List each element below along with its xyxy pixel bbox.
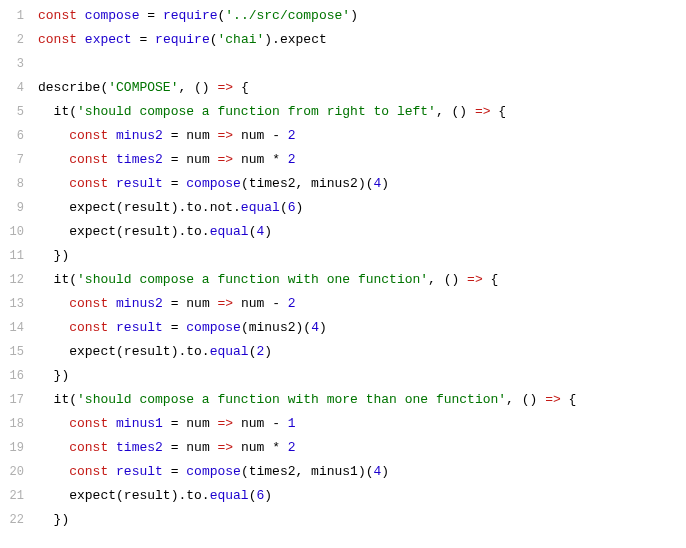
line-content[interactable]: expect(result).to.equal(6) (38, 484, 686, 508)
line-content[interactable]: it('should compose a function from right… (38, 100, 686, 124)
token-punc: , () (506, 392, 545, 407)
code-editor[interactable]: 1const compose = require('../src/compose… (0, 4, 686, 532)
token-num: 1 (288, 416, 296, 431)
token-punc (38, 272, 54, 287)
line-number: 6 (0, 124, 38, 148)
token-fn-name: times2 (116, 152, 163, 167)
code-line[interactable]: 10 expect(result).to.equal(4) (0, 220, 686, 244)
line-number: 8 (0, 172, 38, 196)
token-fn-name: result (116, 464, 163, 479)
token-str: 'COMPOSE' (108, 80, 178, 95)
token-punc: num (233, 416, 272, 431)
token-punc (280, 416, 288, 431)
line-number: 4 (0, 76, 38, 100)
token-punc: ) (264, 224, 272, 239)
code-line[interactable]: 1const compose = require('../src/compose… (0, 4, 686, 28)
token-punc: num (233, 440, 272, 455)
token-punc: ( (280, 200, 288, 215)
line-content[interactable]: const times2 = num => num * 2 (38, 148, 686, 172)
token-punc (108, 464, 116, 479)
token-num: 6 (288, 200, 296, 215)
code-line[interactable]: 13 const minus2 = num => num - 2 (0, 292, 686, 316)
token-num: 4 (311, 320, 319, 335)
code-line[interactable]: 6 const minus2 = num => num - 2 (0, 124, 686, 148)
code-line[interactable]: 9 expect(result).to.not.equal(6) (0, 196, 686, 220)
code-line[interactable]: 7 const times2 = num => num * 2 (0, 148, 686, 172)
code-line[interactable]: 21 expect(result).to.equal(6) (0, 484, 686, 508)
token-punc (108, 176, 116, 191)
code-line[interactable]: 5 it('should compose a function from rig… (0, 100, 686, 124)
token-punc (38, 104, 54, 119)
token-punc (38, 344, 69, 359)
code-line[interactable]: 3 (0, 52, 686, 76)
token-fn-name: minus1 (116, 416, 163, 431)
code-line[interactable]: 8 const result = compose(times2, minus2)… (0, 172, 686, 196)
code-line[interactable]: 2const expect = require('chai').expect (0, 28, 686, 52)
code-line[interactable]: 14 const result = compose(minus2)(4) (0, 316, 686, 340)
token-punc (155, 8, 163, 23)
token-punc: ) (296, 200, 304, 215)
token-arrow: => (218, 152, 234, 167)
token-punc: ( (210, 32, 218, 47)
code-line[interactable]: 20 const result = compose(times2, minus1… (0, 460, 686, 484)
token-punc (108, 416, 116, 431)
code-line[interactable]: 11 }) (0, 244, 686, 268)
line-content[interactable]: expect(result).to.not.equal(6) (38, 196, 686, 220)
line-content[interactable]: }) (38, 508, 686, 532)
token-punc: ) (319, 320, 327, 335)
token-str: '../src/compose' (225, 8, 350, 23)
line-content[interactable]: const compose = require('../src/compose'… (38, 4, 686, 28)
line-content[interactable]: it('should compose a function with more … (38, 388, 686, 412)
line-content[interactable]: const expect = require('chai').expect (38, 28, 686, 52)
token-punc: { (483, 272, 499, 287)
line-content[interactable]: const result = compose(minus2)(4) (38, 316, 686, 340)
token-kw: const (69, 296, 108, 311)
token-punc: (result).to. (116, 344, 210, 359)
line-content[interactable]: }) (38, 364, 686, 388)
token-punc (163, 152, 171, 167)
token-punc (38, 296, 69, 311)
code-line[interactable]: 18 const minus1 = num => num - 1 (0, 412, 686, 436)
token-ident: expect (69, 200, 116, 215)
line-content[interactable]: const times2 = num => num * 2 (38, 436, 686, 460)
code-line[interactable]: 15 expect(result).to.equal(2) (0, 340, 686, 364)
token-punc: ( (69, 272, 77, 287)
line-number: 13 (0, 292, 38, 316)
line-content[interactable]: const minus2 = num => num - 2 (38, 292, 686, 316)
token-punc: (minus2)( (241, 320, 311, 335)
line-number: 15 (0, 340, 38, 364)
code-line[interactable]: 22 }) (0, 508, 686, 532)
line-content[interactable]: }) (38, 244, 686, 268)
code-line[interactable]: 19 const times2 = num => num * 2 (0, 436, 686, 460)
token-punc (108, 128, 116, 143)
line-content[interactable]: describe('COMPOSE', () => { (38, 76, 686, 100)
line-number: 16 (0, 364, 38, 388)
code-line[interactable]: 4describe('COMPOSE', () => { (0, 76, 686, 100)
line-content[interactable]: it('should compose a function with one f… (38, 268, 686, 292)
token-kw: const (69, 464, 108, 479)
line-content[interactable]: const result = compose(times2, minus2)(4… (38, 172, 686, 196)
token-arrow: => (467, 272, 483, 287)
token-kw: const (38, 32, 77, 47)
token-punc: }) (38, 248, 69, 263)
token-fn-name: compose (85, 8, 140, 23)
line-content[interactable]: expect(result).to.equal(2) (38, 340, 686, 364)
token-punc (38, 416, 69, 431)
code-line[interactable]: 17 it('should compose a function with mo… (0, 388, 686, 412)
line-number: 20 (0, 460, 38, 484)
token-op: - (272, 128, 280, 143)
token-punc (280, 440, 288, 455)
token-punc: , () (428, 272, 467, 287)
code-line[interactable]: 12 it('should compose a function with on… (0, 268, 686, 292)
token-punc (38, 464, 69, 479)
line-content[interactable]: expect(result).to.equal(4) (38, 220, 686, 244)
line-content[interactable]: const result = compose(times2, minus1)(4… (38, 460, 686, 484)
line-content[interactable]: const minus1 = num => num - 1 (38, 412, 686, 436)
line-number: 21 (0, 484, 38, 508)
line-content[interactable]: const minus2 = num => num - 2 (38, 124, 686, 148)
token-builtin: compose (186, 464, 241, 479)
token-punc (163, 128, 171, 143)
token-str: 'should compose a function with more tha… (77, 392, 506, 407)
code-line[interactable]: 16 }) (0, 364, 686, 388)
line-number: 2 (0, 28, 38, 52)
